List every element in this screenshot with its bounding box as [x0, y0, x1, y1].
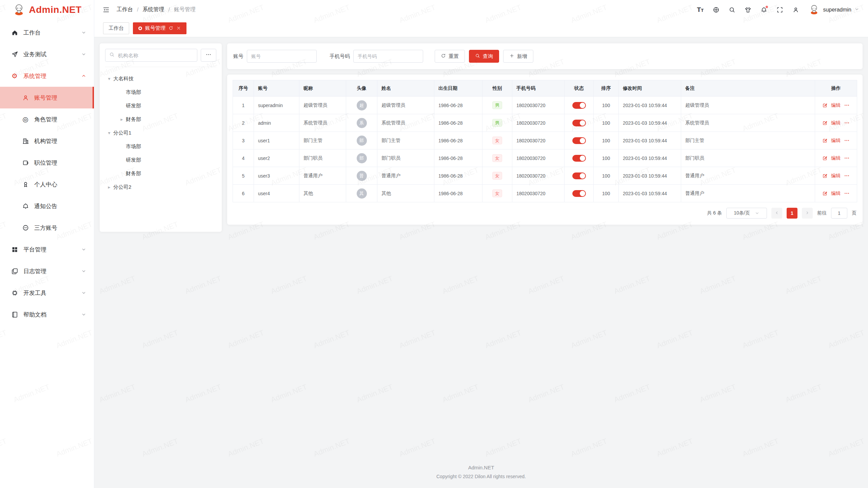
- prev-page-button[interactable]: [771, 208, 782, 219]
- tree-node[interactable]: ▾ 分公司1: [105, 126, 216, 140]
- sidebar-item-org-mgmt[interactable]: 机构管理: [0, 130, 94, 152]
- tab-workbench[interactable]: 工作台: [103, 22, 129, 34]
- row-more-icon[interactable]: [844, 190, 850, 196]
- font-size-icon[interactable]: TT: [697, 6, 704, 13]
- tree-node[interactable]: ▸ 财务部: [105, 113, 216, 126]
- sidebar-item-label: 工作台: [23, 29, 41, 37]
- caret-down-icon[interactable]: ▾: [105, 76, 113, 81]
- page-size-select[interactable]: 10条/页: [726, 208, 767, 219]
- tree-node[interactable]: ▾ 大名科技: [105, 72, 216, 85]
- sidebar-item-help-docs[interactable]: 帮助文档: [0, 304, 94, 325]
- cell-remark: 部门主管: [681, 132, 815, 149]
- cell-index: 6: [233, 185, 254, 202]
- sidebar-item-account-mgmt[interactable]: 账号管理: [0, 87, 94, 108]
- cell-status: [565, 132, 594, 149]
- caret-down-icon[interactable]: ▾: [105, 130, 113, 136]
- breadcrumb-item[interactable]: 工作台: [117, 6, 133, 13]
- page-number-current[interactable]: 1: [787, 208, 797, 219]
- edit-icon[interactable]: [822, 156, 828, 161]
- goto-page-input[interactable]: [831, 208, 847, 219]
- fullscreen-icon[interactable]: [776, 6, 783, 13]
- caret-right-icon[interactable]: ▸: [118, 117, 126, 122]
- cell-order: 100: [594, 149, 619, 167]
- profile-icon[interactable]: [792, 6, 799, 13]
- tab-account-mgmt[interactable]: 账号管理: [133, 22, 186, 34]
- tab-refresh-icon[interactable]: [169, 26, 173, 30]
- next-page-button[interactable]: [802, 208, 813, 219]
- edit-button[interactable]: 编辑: [831, 120, 841, 126]
- cell-birthday: 1986-06-28: [434, 114, 482, 132]
- tree-node[interactable]: 市场部: [105, 140, 216, 153]
- tree-node-label: 财务部: [126, 116, 141, 123]
- notification-badge: [765, 5, 768, 8]
- chevron-down-icon: [81, 268, 86, 274]
- notification-icon[interactable]: [761, 6, 767, 13]
- account-input[interactable]: [247, 50, 317, 63]
- cell-birthday: 1986-06-28: [434, 97, 482, 114]
- edit-icon[interactable]: [822, 191, 828, 196]
- edit-icon[interactable]: [822, 103, 828, 108]
- column-header-op: 操作: [815, 80, 857, 97]
- status-toggle[interactable]: [572, 137, 586, 144]
- edit-icon[interactable]: [822, 120, 828, 126]
- sidebar-item-log-mgmt[interactable]: 日志管理: [0, 260, 94, 282]
- sidebar-item-notice[interactable]: 通知公告: [0, 195, 94, 217]
- menu-fold-icon[interactable]: [102, 6, 110, 14]
- sidebar-item-role-mgmt[interactable]: ◎ 角色管理: [0, 108, 94, 130]
- tree-node[interactable]: 市场部: [105, 85, 216, 99]
- search-icon[interactable]: [729, 6, 735, 13]
- tree-node[interactable]: 研发部: [105, 99, 216, 113]
- tree-node[interactable]: 研发部: [105, 153, 216, 167]
- row-more-icon[interactable]: [844, 155, 850, 161]
- cell-phone: 18020030720: [512, 114, 565, 132]
- sidebar-item-workbench[interactable]: 工作台: [0, 22, 94, 43]
- sidebar-item-system-mgmt[interactable]: ⚙ 系统管理: [0, 65, 94, 87]
- status-toggle[interactable]: [572, 190, 586, 197]
- row-more-icon[interactable]: [844, 138, 850, 143]
- user-menu[interactable]: superadmin: [808, 3, 859, 16]
- sidebar-item-personal-center[interactable]: 个人中心: [0, 174, 94, 195]
- edit-button[interactable]: 编辑: [831, 190, 841, 197]
- sidebar-item-dev-tools[interactable]: 开发工具: [0, 282, 94, 304]
- sidebar-item-business-test[interactable]: 业务测试: [0, 43, 94, 65]
- row-more-icon[interactable]: [844, 120, 850, 126]
- status-toggle[interactable]: [572, 155, 586, 162]
- tab-close-icon[interactable]: [176, 26, 181, 30]
- add-button[interactable]: 新增: [503, 50, 533, 63]
- sidebar-item-position-mgmt[interactable]: 职位管理: [0, 152, 94, 174]
- cell-nickname: 部门职员: [299, 149, 346, 167]
- edit-button[interactable]: 编辑: [831, 102, 841, 108]
- edit-button[interactable]: 编辑: [831, 138, 841, 144]
- org-more-button[interactable]: [201, 49, 216, 62]
- caret-right-icon[interactable]: ▸: [105, 184, 113, 190]
- breadcrumb-item[interactable]: 系统管理: [142, 6, 164, 13]
- status-toggle[interactable]: [572, 120, 586, 126]
- row-more-icon[interactable]: [844, 173, 850, 179]
- reset-button[interactable]: 重置: [435, 50, 465, 63]
- cell-name: 普通用户: [377, 167, 434, 185]
- theme-icon[interactable]: [745, 6, 751, 13]
- query-button[interactable]: 查询: [469, 50, 499, 63]
- column-header-account: 账号: [254, 80, 299, 97]
- home-icon: [10, 29, 19, 36]
- edit-button[interactable]: 编辑: [831, 155, 841, 161]
- table-row: 6user4其他其其他1986-06-28女180200307201002023…: [233, 185, 857, 202]
- status-toggle[interactable]: [572, 102, 586, 109]
- language-icon[interactable]: [713, 6, 719, 13]
- cell-avatar: 系: [346, 114, 377, 132]
- org-search-box: [105, 49, 197, 62]
- sidebar-item-platform-mgmt[interactable]: 平台管理: [0, 239, 94, 260]
- edit-icon[interactable]: [822, 138, 828, 143]
- table-row: 5user3普通用户普普通用户1986-06-28女18020030720100…: [233, 167, 857, 185]
- edit-button[interactable]: 编辑: [831, 173, 841, 179]
- tree-node[interactable]: ▸ 分公司2: [105, 180, 216, 194]
- edit-icon[interactable]: [822, 173, 828, 179]
- avatar: 其: [357, 188, 367, 199]
- sidebar-item-thirdparty-account[interactable]: 三方账号: [0, 217, 94, 239]
- org-search-input[interactable]: [117, 52, 193, 59]
- tree-node[interactable]: 财务部: [105, 167, 216, 180]
- row-more-icon[interactable]: [844, 102, 850, 108]
- phone-input[interactable]: [353, 50, 423, 63]
- status-toggle[interactable]: [572, 172, 586, 179]
- cell-nickname: 普通用户: [299, 167, 346, 185]
